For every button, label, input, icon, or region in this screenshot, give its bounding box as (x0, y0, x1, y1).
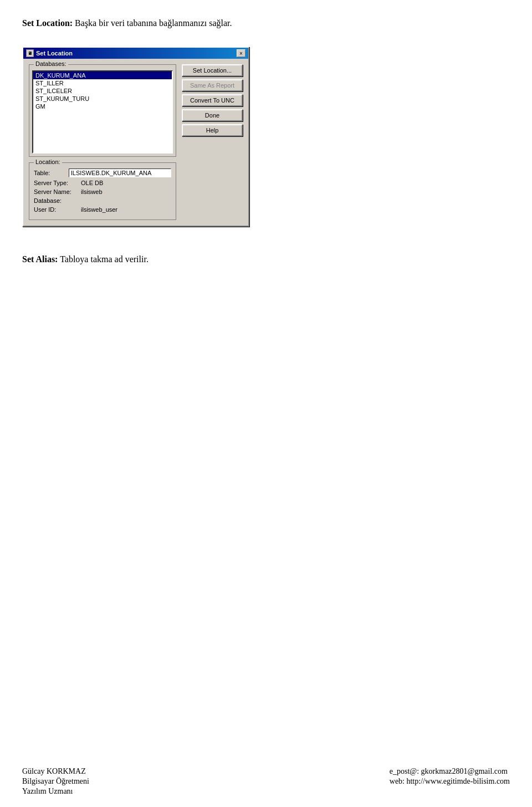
dialog-right-panel: Set Location... Same As Report Convert T… (182, 64, 243, 220)
databases-group-label: Databases: (34, 60, 68, 67)
database-label: Database: (34, 197, 81, 204)
footer-role: Yazılım Uzmanı (22, 787, 89, 796)
dialog-titlebar: 🖥 Set Location × (23, 48, 248, 59)
list-item[interactable]: ST_KURUM_TURU (33, 95, 172, 103)
server-type-label: Server Type: (34, 180, 81, 186)
list-item[interactable]: ST_ILLER (33, 79, 172, 87)
set-location-button[interactable]: Set Location... (182, 64, 243, 76)
footer-email: e_post@: gkorkmaz2801@gmail.com (390, 767, 510, 776)
databases-listbox[interactable]: DK_KURUM_ANA ST_ILLER ST_ILCELER ST_KURU… (32, 70, 173, 154)
dialog-container: 🖥 Set Location × Databases: DK_KURUM_ANA… (22, 47, 249, 227)
server-type-row: Server Type: OLE DB (34, 180, 171, 186)
user-id-label: User ID: (34, 206, 81, 213)
server-name-value: ilsisweb (81, 188, 171, 195)
location-group-label: Location: (34, 159, 62, 165)
table-row-field: Table: (34, 168, 171, 177)
header-bold: Set Location: (22, 18, 73, 28)
set-alias-section: Set Alias: Tabloya takma ad verilir. (22, 254, 510, 264)
dialog-left-panel: Databases: DK_KURUM_ANA ST_ILLER ST_ILCE… (29, 64, 176, 220)
database-row: Database: (34, 197, 171, 204)
dialog-close-button[interactable]: × (237, 49, 245, 57)
user-id-value: ilsisweb_user (81, 206, 171, 213)
done-button[interactable]: Done (182, 109, 243, 121)
set-alias-bold: Set Alias: (22, 254, 58, 264)
footer-web: web: http://www.egitimde-bilisim.com (390, 777, 510, 786)
footer-left: Gülcay KORKMAZ Bilgisayar Öğretmeni Yazı… (22, 767, 89, 796)
location-group: Location: Table: Server Type: OLE DB Ser… (29, 162, 176, 220)
list-item[interactable]: ST_ILCELER (33, 87, 172, 95)
convert-to-unc-button[interactable]: Convert To UNC (182, 94, 243, 106)
table-label: Table: (34, 170, 69, 176)
databases-group: Databases: DK_KURUM_ANA ST_ILLER ST_ILCE… (29, 64, 176, 157)
user-id-row: User ID: ilsisweb_user (34, 206, 171, 213)
dialog-title-text: Set Location (36, 50, 73, 57)
header-text: Başka bir veri tabanına bağlanmanızı sağ… (73, 18, 232, 28)
footer-title: Bilgisayar Öğretmeni (22, 777, 89, 786)
page-header: Set Location: Başka bir veri tabanına ba… (22, 17, 510, 30)
same-as-report-button[interactable]: Same As Report (182, 79, 243, 91)
help-button[interactable]: Help (182, 124, 243, 136)
footer-right: e_post@: gkorkmaz2801@gmail.com web: htt… (390, 767, 510, 796)
server-name-label: Server Name: (34, 188, 81, 195)
dialog-body: Databases: DK_KURUM_ANA ST_ILLER ST_ILCE… (23, 59, 248, 226)
footer: Gülcay KORKMAZ Bilgisayar Öğretmeni Yazı… (0, 767, 532, 796)
list-item[interactable]: GM (33, 103, 172, 110)
list-item[interactable]: DK_KURUM_ANA (33, 71, 172, 79)
table-input[interactable] (69, 168, 171, 177)
dialog-title: 🖥 Set Location (26, 49, 73, 57)
footer-name: Gülcay KORKMAZ (22, 767, 89, 776)
server-name-row: Server Name: ilsisweb (34, 188, 171, 195)
dialog-title-icon: 🖥 (26, 49, 34, 57)
server-type-value: OLE DB (81, 180, 171, 186)
set-alias-text: Tabloya takma ad verilir. (58, 254, 148, 264)
set-location-dialog: 🖥 Set Location × Databases: DK_KURUM_ANA… (22, 47, 249, 227)
